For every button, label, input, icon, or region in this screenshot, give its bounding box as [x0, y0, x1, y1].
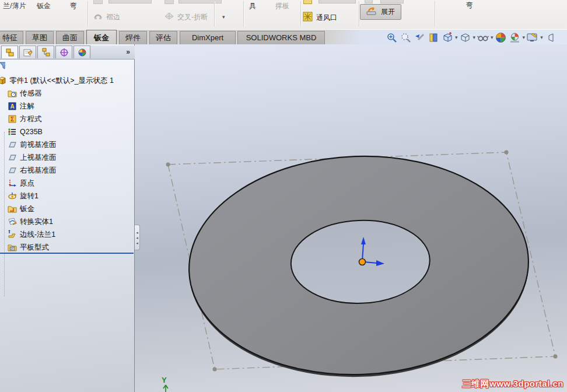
tree-item-top-plane[interactable]: 上视基准面 — [8, 151, 141, 164]
filter-icon — [0, 62, 5, 69]
tree-item-front-plane[interactable]: 前视基准面 — [8, 138, 141, 151]
tree-item-sensors[interactable]: 传感器 — [8, 87, 141, 100]
plane-icon — [8, 140, 17, 149]
tree-item-edge-flange1[interactable]: 边线-法兰1 — [8, 228, 141, 241]
tree-connector — [4, 132, 5, 296]
flat-pattern-folder-icon — [8, 243, 17, 252]
svg-text:Σ: Σ — [10, 116, 14, 123]
tree-item-right-plane[interactable]: 右视基准面 — [8, 164, 141, 177]
plane-icon — [8, 153, 17, 162]
annotations-icon: A — [8, 102, 17, 111]
revolve-icon — [8, 191, 17, 201]
rollback-bar[interactable] — [0, 252, 134, 254]
y-axis-triad: Y — [162, 376, 168, 392]
dimxpert-manager-tab[interactable] — [55, 46, 72, 58]
display-manager-tab[interactable] — [74, 46, 90, 58]
feature-manager-panel: » 零件1 (默认<<默认>_显示状态 1 传感器 A 注解 — [0, 44, 135, 392]
tree-item-equations[interactable]: Σ 方程式 — [8, 113, 141, 125]
tree-item-sheet-metal[interactable]: 钣金 — [8, 202, 141, 215]
property-manager-tab[interactable] — [19, 46, 36, 58]
tree-item-part-root[interactable]: 零件1 (默认<<默认>_显示状态 1 — [0, 74, 134, 87]
part-icon — [0, 76, 6, 85]
panel-expand-button[interactable]: » — [126, 46, 130, 59]
tree-item-revolve1[interactable]: 旋转1 — [8, 190, 141, 202]
edge-flange-icon — [8, 230, 17, 239]
panel-tab-bar: » — [0, 46, 135, 60]
tree-item-material[interactable]: Q235B — [8, 125, 141, 138]
y-axis-label: Y — [162, 376, 167, 384]
feature-manager-tab[interactable] — [1, 46, 18, 58]
plane-icon — [8, 166, 17, 175]
svg-text:A: A — [10, 103, 14, 110]
configuration-manager-tab[interactable] — [37, 46, 54, 58]
material-icon — [8, 127, 17, 136]
part-body[interactable] — [185, 150, 532, 383]
tree-item-origin[interactable]: 原点 — [8, 177, 141, 190]
solidworks-window: 兰/薄片 钣金 弯 褶边 交叉-折断 ▾ 具 撑板 — [0, 0, 567, 392]
convert-entities-icon — [8, 217, 17, 226]
sheet-metal-folder-icon — [8, 204, 17, 214]
panel-splitter-handle[interactable]: ◂◂◂ — [135, 225, 140, 250]
tree-item-convert-entities1[interactable]: 转换实体1 — [8, 215, 141, 228]
origin-icon — [8, 178, 17, 188]
tree-item-annotations[interactable]: A 注解 — [8, 100, 141, 113]
sensors-folder-icon — [8, 89, 17, 98]
watermark: 三维网www.3dportal.cn — [463, 379, 564, 390]
equations-icon: Σ — [8, 114, 17, 124]
